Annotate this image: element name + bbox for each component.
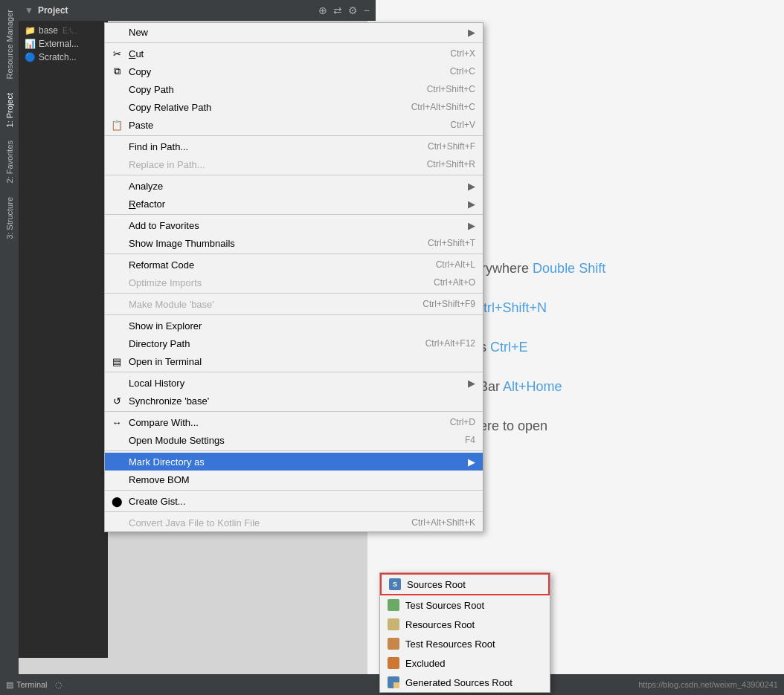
test-sources-root-icon xyxy=(388,599,399,611)
menu-item-copy[interactable]: ⧉ Copy Ctrl+C xyxy=(105,62,483,80)
sidebar-tab-resource-manager[interactable]: Resource Manager xyxy=(3,4,16,85)
menu-item-copy-path[interactable]: Copy Path Ctrl+Shift+C xyxy=(105,80,483,98)
menu-item-remove-bom[interactable]: Remove BOM xyxy=(105,471,483,488)
bottom-url: https://blog.csdn.net/weixm_43900241 xyxy=(638,680,778,689)
copy-icon: ⧉ xyxy=(109,65,124,77)
tree-item-scratch[interactable]: 🔵 Scratch... xyxy=(19,51,108,64)
context-menu: New ▶ ✂ Cut Ctrl+X ⧉ Copy Ctrl+C Copy Pa… xyxy=(104,22,483,532)
project-header: ▼ Project ⊕ ⇄ ⚙ − xyxy=(19,0,376,21)
sidebar-tab-structure[interactable]: 3: Structure xyxy=(3,191,16,245)
mark-directory-submenu: S Sources Root Test Sources Root Resourc… xyxy=(379,572,550,693)
menu-item-find-in-path[interactable]: Find in Path... Ctrl+Shift+F xyxy=(105,138,483,155)
project-header-icons: ⊕ ⇄ ⚙ − xyxy=(318,4,370,16)
terminal-icon: ▤ xyxy=(6,680,13,690)
compare-icon: ↔ xyxy=(109,417,124,428)
cut-icon: ✂ xyxy=(109,48,124,59)
separator-8 xyxy=(105,372,483,372)
separator-3 xyxy=(105,175,483,175)
menu-item-open-in-terminal[interactable]: ▤ Open in Terminal xyxy=(105,352,483,370)
menu-item-local-history[interactable]: Local History ▶ xyxy=(105,374,483,392)
menu-item-convert-java-kotlin[interactable]: Convert Java File to Kotlin File Ctrl+Al… xyxy=(105,514,483,531)
separator-4 xyxy=(105,214,483,215)
loading-indicator: ◌ xyxy=(55,680,62,690)
menu-item-copy-relative-path[interactable]: Copy Relative Path Ctrl+Alt+Shift+C xyxy=(105,98,483,116)
separator-12 xyxy=(105,511,483,512)
submenu-item-excluded[interactable]: Excluded xyxy=(380,653,550,673)
folder-icon: 📁 xyxy=(25,25,36,36)
menu-item-make-module[interactable]: Make Module 'base' Ctrl+Shift+F9 xyxy=(105,295,483,313)
separator-6 xyxy=(105,293,483,294)
left-sidebar: Resource Manager 1: Project 2: Favorites… xyxy=(0,0,19,695)
menu-item-cut[interactable]: ✂ Cut Ctrl+X xyxy=(105,45,483,62)
separator-5 xyxy=(105,253,483,254)
separator-1 xyxy=(105,42,483,43)
sources-root-icon: S xyxy=(389,578,401,590)
excluded-icon xyxy=(388,657,399,669)
separator-11 xyxy=(105,490,483,491)
submenu-item-test-sources-root[interactable]: Test Sources Root xyxy=(380,595,550,615)
menu-item-add-to-favorites[interactable]: Add to Favorites ▶ xyxy=(105,216,483,234)
tree-item-base[interactable]: 📁 base E:\... xyxy=(19,24,108,37)
menu-item-compare-with[interactable]: ↔ Compare With... Ctrl+D xyxy=(105,413,483,431)
submenu-item-generated-sources-root[interactable]: Generated Sources Root xyxy=(380,673,550,692)
submenu-item-resources-root[interactable]: Resources Root xyxy=(380,615,550,634)
separator-9 xyxy=(105,411,483,412)
separator-10 xyxy=(105,450,483,451)
menu-item-replace-in-path[interactable]: Replace in Path... Ctrl+Shift+R xyxy=(105,155,483,173)
menu-item-paste[interactable]: 📋 Paste Ctrl+V xyxy=(105,116,483,134)
tree-item-external[interactable]: 📊 External... xyxy=(19,37,108,51)
submenu-item-test-resources-root[interactable]: Test Resources Root xyxy=(380,634,550,653)
gist-icon: ⬤ xyxy=(109,496,124,507)
separator-7 xyxy=(105,314,483,315)
menu-item-create-gist[interactable]: ⬤ Create Gist... xyxy=(105,492,483,510)
terminal-button[interactable]: ▤ Terminal xyxy=(6,680,48,690)
generated-sources-root-icon xyxy=(388,676,399,688)
terminal-icon: ▤ xyxy=(109,356,124,367)
paste-icon: 📋 xyxy=(109,120,124,131)
menu-item-refactor[interactable]: Refactor ▶ xyxy=(105,195,483,213)
sync-icon: ↺ xyxy=(109,395,124,407)
locate-icon[interactable]: ⊕ xyxy=(318,4,327,16)
menu-item-show-image-thumbnails[interactable]: Show Image Thumbnails Ctrl+Shift+T xyxy=(105,234,483,252)
collapse-icon[interactable]: ⇄ xyxy=(333,4,342,16)
menu-item-directory-path[interactable]: Directory Path Ctrl+Alt+F12 xyxy=(105,334,483,352)
menu-item-new[interactable]: New ▶ xyxy=(105,23,483,41)
test-resources-root-icon xyxy=(388,638,399,650)
menu-item-reformat-code[interactable]: Reformat Code Ctrl+Alt+L xyxy=(105,256,483,274)
menu-item-show-in-explorer[interactable]: Show in Explorer xyxy=(105,317,483,334)
resources-root-icon xyxy=(388,618,399,630)
menu-item-open-module-settings[interactable]: Open Module Settings F4 xyxy=(105,431,483,449)
submenu-item-sources-root[interactable]: S Sources Root xyxy=(380,573,550,595)
menu-item-analyze[interactable]: Analyze ▶ xyxy=(105,177,483,195)
settings-icon[interactable]: ⚙ xyxy=(348,4,358,16)
menu-item-synchronize[interactable]: ↺ Synchronize 'base' xyxy=(105,392,483,410)
sidebar-tab-favorites[interactable]: 2: Favorites xyxy=(3,135,16,189)
minimize-icon[interactable]: − xyxy=(364,4,370,16)
menu-item-optimize-imports[interactable]: Optimize Imports Ctrl+Alt+O xyxy=(105,274,483,291)
sidebar-tab-project[interactable]: 1: Project xyxy=(3,87,16,133)
menu-item-mark-directory-as[interactable]: Mark Directory as ▶ xyxy=(105,453,483,471)
project-tree: 📁 base E:\... 📊 External... 🔵 Scratch... xyxy=(19,21,108,658)
separator-2 xyxy=(105,135,483,136)
